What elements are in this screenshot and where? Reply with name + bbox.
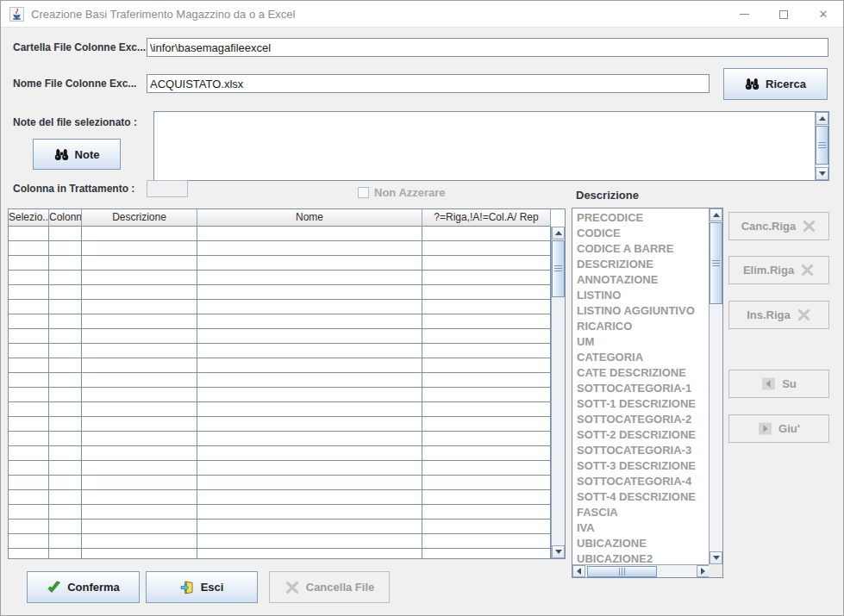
- table-row[interactable]: [9, 373, 565, 388]
- table-cell[interactable]: [49, 285, 82, 300]
- table-cell[interactable]: [422, 549, 551, 559]
- table-row[interactable]: [9, 344, 565, 358]
- table-cell[interactable]: [197, 329, 422, 344]
- table-cell[interactable]: [422, 314, 551, 329]
- table-cell[interactable]: [197, 271, 422, 285]
- table-cell[interactable]: [82, 227, 197, 241]
- ricerca-button[interactable]: Ricerca: [723, 68, 828, 100]
- note-textarea[interactable]: [153, 111, 829, 181]
- elim-riga-button[interactable]: Elim.Riga: [728, 256, 829, 284]
- table-cell[interactable]: [82, 314, 197, 329]
- table-cell[interactable]: [82, 388, 197, 402]
- table-cell[interactable]: [422, 358, 551, 373]
- table-cell[interactable]: [49, 534, 82, 549]
- table-cell[interactable]: [197, 520, 422, 534]
- table-cell[interactable]: [9, 358, 49, 373]
- table-row[interactable]: [9, 271, 565, 285]
- table-cell[interactable]: [9, 432, 49, 446]
- table-cell[interactable]: [9, 241, 49, 256]
- scroll-right-button[interactable]: [697, 565, 710, 577]
- table-cell[interactable]: [49, 490, 82, 505]
- table-cell[interactable]: [82, 329, 197, 344]
- table-cell[interactable]: [82, 446, 197, 461]
- table-cell[interactable]: [9, 417, 49, 432]
- table-cell[interactable]: [82, 490, 197, 505]
- list-item[interactable]: CODICE: [573, 226, 708, 241]
- table-row[interactable]: [9, 285, 565, 300]
- list-item[interactable]: UM: [573, 334, 708, 350]
- table-row[interactable]: [9, 417, 565, 432]
- table-cell[interactable]: [82, 300, 197, 314]
- table-cell[interactable]: [49, 373, 82, 388]
- table-cell[interactable]: [422, 446, 551, 461]
- scrollbar-thumb[interactable]: [710, 222, 722, 304]
- esci-button[interactable]: Esci: [146, 571, 258, 603]
- list-item[interactable]: CATEGORIA: [573, 350, 708, 365]
- table-cell[interactable]: [49, 520, 82, 534]
- list-item[interactable]: DESCRIZIONE: [573, 257, 708, 272]
- scroll-up-button[interactable]: [552, 227, 565, 240]
- table-cell[interactable]: [422, 300, 551, 314]
- list-item[interactable]: SOTT-1 DESCRIZIONE: [573, 396, 708, 412]
- column-header-3[interactable]: Nome: [197, 209, 422, 227]
- table-cell[interactable]: [197, 227, 422, 241]
- table-cell[interactable]: [82, 549, 197, 559]
- table-vertical-scrollbar[interactable]: [551, 227, 565, 558]
- maximize-button[interactable]: [764, 1, 803, 28]
- column-header-2[interactable]: Descrizione: [82, 209, 197, 227]
- table-cell[interactable]: [9, 271, 49, 285]
- table-cell[interactable]: [82, 432, 197, 446]
- list-item[interactable]: CATE DESCRIZIONE: [573, 365, 708, 381]
- scrollbar-thumb[interactable]: [816, 126, 828, 165]
- table-row[interactable]: [9, 490, 565, 505]
- table-cell[interactable]: [9, 461, 49, 476]
- table-cell[interactable]: [49, 476, 82, 490]
- list-item[interactable]: ANNOTAZIONE: [573, 272, 708, 288]
- column-header-0[interactable]: Selezio...: [9, 209, 49, 227]
- scroll-down-button[interactable]: [710, 551, 722, 564]
- scroll-down-button[interactable]: [552, 545, 565, 558]
- list-item[interactable]: SOTT-4 DESCRIZIONE: [573, 489, 708, 505]
- table-cell[interactable]: [197, 373, 422, 388]
- table-cell[interactable]: [422, 344, 551, 358]
- table-cell[interactable]: [49, 417, 82, 432]
- table-cell[interactable]: [82, 344, 197, 358]
- table-cell[interactable]: [197, 534, 422, 549]
- list-item[interactable]: SOTTOCATEGORIA-4: [573, 474, 708, 489]
- table-cell[interactable]: [197, 549, 422, 559]
- list-item[interactable]: SOTTOCATEGORIA-1: [573, 381, 708, 396]
- table-cell[interactable]: [49, 314, 82, 329]
- non-azzerare-checkbox[interactable]: Non Azzerare: [358, 186, 446, 199]
- table-cell[interactable]: [422, 285, 551, 300]
- table-row[interactable]: [9, 241, 565, 256]
- table-row[interactable]: [9, 402, 565, 417]
- table-cell[interactable]: [197, 300, 422, 314]
- table-cell[interactable]: [197, 476, 422, 490]
- table-row[interactable]: [9, 446, 565, 461]
- table-cell[interactable]: [49, 271, 82, 285]
- table-cell[interactable]: [422, 534, 551, 549]
- table-cell[interactable]: [197, 446, 422, 461]
- list-item[interactable]: FASCIA: [573, 505, 708, 520]
- scroll-up-button[interactable]: [710, 208, 722, 221]
- table-cell[interactable]: [422, 227, 551, 241]
- table-cell[interactable]: [422, 241, 551, 256]
- list-item[interactable]: SOTT-3 DESCRIZIONE: [573, 458, 708, 474]
- table-cell[interactable]: [49, 505, 82, 520]
- table-cell[interactable]: [197, 402, 422, 417]
- table-cell[interactable]: [49, 388, 82, 402]
- table-cell[interactable]: [422, 402, 551, 417]
- table-cell[interactable]: [197, 417, 422, 432]
- table-cell[interactable]: [9, 520, 49, 534]
- cartella-input[interactable]: [147, 38, 828, 57]
- table-cell[interactable]: [9, 300, 49, 314]
- table-cell[interactable]: [82, 358, 197, 373]
- table-row[interactable]: [9, 432, 565, 446]
- table-cell[interactable]: [422, 476, 551, 490]
- table-cell[interactable]: [197, 285, 422, 300]
- list-item[interactable]: SOTTOCATEGORIA-2: [573, 412, 708, 427]
- table-row[interactable]: [9, 505, 565, 520]
- table-cell[interactable]: [49, 549, 82, 559]
- list-item[interactable]: IVA: [573, 520, 708, 536]
- table-cell[interactable]: [9, 256, 49, 271]
